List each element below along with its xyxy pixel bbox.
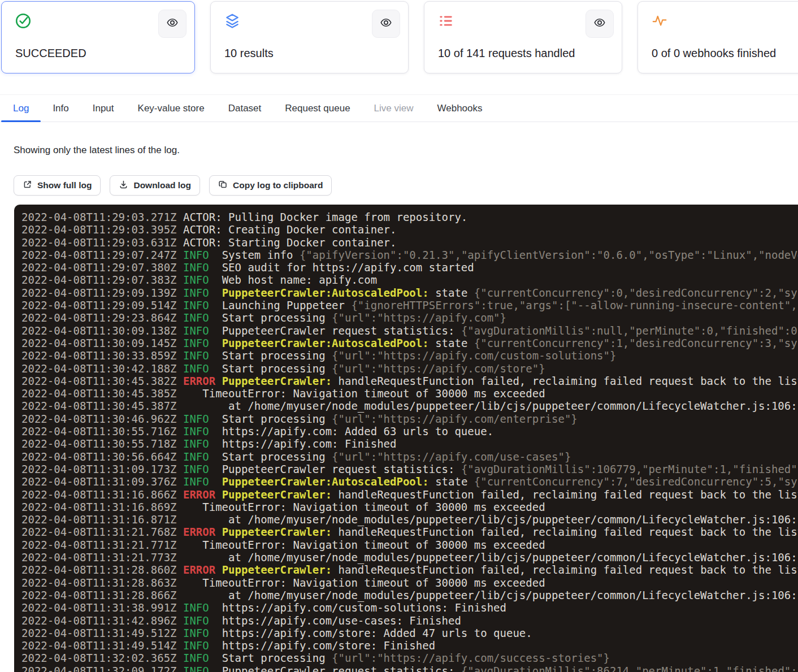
run-tabs: LogInfoInputKey-value storeDatasetReques… xyxy=(0,94,798,122)
log-line: 2022-04-08T11:30:09.138Z INFO PuppeteerC… xyxy=(21,324,798,337)
log-line: 2022-04-08T11:31:49.512Z INFO https://ap… xyxy=(21,627,798,639)
tab-dataset[interactable]: Dataset xyxy=(216,95,274,122)
log-line: 2022-04-08T11:31:09.173Z INFO PuppeteerC… xyxy=(21,463,798,475)
log-line: 2022-04-08T11:30:09.145Z INFO PuppeteerC… xyxy=(21,337,798,349)
log-line: 2022-04-08T11:30:46.962Z INFO Start proc… xyxy=(21,413,798,425)
list-icon xyxy=(437,12,454,29)
show-full-log-label: Show full log xyxy=(37,180,92,190)
eye-icon xyxy=(380,16,392,31)
view-results-button[interactable] xyxy=(372,10,400,38)
tab-info[interactable]: Info xyxy=(41,95,80,122)
log-line: 2022-04-08T11:32:02.365Z INFO Start proc… xyxy=(21,652,798,664)
status-card-results: 10 results xyxy=(210,1,409,73)
pulse-icon xyxy=(651,12,668,29)
log-line: 2022-04-08T11:31:16.871Z at /home/myuser… xyxy=(21,513,798,526)
log-line: 2022-04-08T11:32:09.172Z INFO PuppeteerC… xyxy=(21,665,798,672)
log-actions-row: Show full log Download log Copy log to c… xyxy=(14,175,332,196)
log-line: 2022-04-08T11:31:21.771Z TimeoutError: N… xyxy=(21,539,798,551)
external-link-icon xyxy=(23,180,32,192)
log-line: 2022-04-08T11:30:42.188Z INFO Start proc… xyxy=(21,362,798,375)
log-line: 2022-04-08T11:31:09.376Z INFO PuppeteerC… xyxy=(21,475,798,488)
status-card-requests: 10 of 141 requests handled xyxy=(424,1,622,73)
download-log-button[interactable]: Download log xyxy=(110,175,200,196)
run-detail-page: SUCCEEDED 10 results xyxy=(0,0,798,672)
layers-icon xyxy=(224,12,241,29)
results-count-label: 10 results xyxy=(224,47,274,60)
log-line: 2022-04-08T11:29:09.514Z INFO Launching … xyxy=(21,299,798,311)
log-line: 2022-04-08T11:31:21.773Z at /home/myuser… xyxy=(21,551,798,563)
log-line: 2022-04-08T11:30:56.664Z INFO Start proc… xyxy=(21,450,798,463)
log-line: 2022-04-08T11:31:38.991Z INFO https://ap… xyxy=(21,601,798,614)
view-requests-button[interactable] xyxy=(586,10,614,38)
log-line: 2022-04-08T11:29:09.139Z INFO PuppeteerC… xyxy=(21,287,798,299)
log-line: 2022-04-08T11:31:16.869Z TimeoutError: N… xyxy=(21,501,798,513)
tab-request-queue[interactable]: Request queue xyxy=(273,95,362,122)
log-line: 2022-04-08T11:29:07.383Z INFO Web host n… xyxy=(21,274,798,286)
tab-live-view[interactable]: Live view xyxy=(362,95,426,122)
copy-icon xyxy=(218,180,228,192)
log-line: 2022-04-08T11:31:21.768Z ERROR Puppeteer… xyxy=(21,526,798,538)
log-line: 2022-04-08T11:31:28.860Z ERROR Puppeteer… xyxy=(21,563,798,576)
log-line: 2022-04-08T11:30:45.385Z TimeoutError: N… xyxy=(21,387,798,400)
status-card-webhooks: 0 of 0 webhooks finished xyxy=(637,1,798,73)
copy-log-button[interactable]: Copy log to clipboard xyxy=(209,175,332,196)
log-line: 2022-04-08T11:31:28.863Z TimeoutError: N… xyxy=(21,576,798,589)
log-line: 2022-04-08T11:31:16.866Z ERROR Puppeteer… xyxy=(21,488,798,501)
log-line: 2022-04-08T11:30:55.718Z INFO https://ap… xyxy=(21,437,798,450)
requests-count-label: 10 of 141 requests handled xyxy=(438,47,575,60)
eye-icon xyxy=(166,16,179,31)
webhooks-count-label: 0 of 0 webhooks finished xyxy=(652,47,776,60)
check-circle-icon xyxy=(15,12,32,29)
log-line: 2022-04-08T11:30:33.859Z INFO Start proc… xyxy=(21,349,798,362)
log-line: 2022-04-08T11:29:03.271Z ACTOR: Pulling … xyxy=(21,211,798,223)
log-line: 2022-04-08T11:30:45.382Z ERROR Puppeteer… xyxy=(21,375,798,387)
log-line: 2022-04-08T11:30:55.716Z INFO https://ap… xyxy=(21,425,798,437)
show-full-log-button[interactable]: Show full log xyxy=(14,175,101,196)
run-status-label: SUCCEEDED xyxy=(15,47,86,60)
status-card-succeeded: SUCCEEDED xyxy=(1,1,195,73)
download-log-label: Download log xyxy=(133,180,191,190)
tab-webhooks[interactable]: Webhooks xyxy=(426,95,495,122)
log-line: 2022-04-08T11:31:28.866Z at /home/myuser… xyxy=(21,589,798,601)
status-cards-row: SUCCEEDED 10 results xyxy=(1,1,798,73)
log-notice-text: Showing only the latest lines of the log… xyxy=(14,145,180,156)
tab-key-value-store[interactable]: Key-value store xyxy=(126,95,216,122)
log-line: 2022-04-08T11:29:23.864Z INFO Start proc… xyxy=(21,311,798,324)
download-icon xyxy=(119,180,128,192)
copy-log-label: Copy log to clipboard xyxy=(233,180,323,190)
view-status-button[interactable] xyxy=(158,10,187,38)
tab-log[interactable]: Log xyxy=(1,95,41,122)
log-line: 2022-04-08T11:31:49.514Z INFO https://ap… xyxy=(21,639,798,652)
log-terminal[interactable]: 2022-04-08T11:29:03.271Z ACTOR: Pulling … xyxy=(14,205,798,672)
log-line: 2022-04-08T11:30:45.387Z at /home/myuser… xyxy=(21,400,798,412)
tab-input[interactable]: Input xyxy=(81,95,126,122)
log-line: 2022-04-08T11:29:07.247Z INFO System inf… xyxy=(21,249,798,261)
log-line: 2022-04-08T11:29:03.395Z ACTOR: Creating… xyxy=(21,223,798,236)
log-line: 2022-04-08T11:31:42.896Z INFO https://ap… xyxy=(21,614,798,627)
eye-icon xyxy=(593,16,606,31)
log-line: 2022-04-08T11:29:03.631Z ACTOR: Starting… xyxy=(21,236,798,249)
log-line: 2022-04-08T11:29:07.380Z INFO SEO audit … xyxy=(21,261,798,274)
